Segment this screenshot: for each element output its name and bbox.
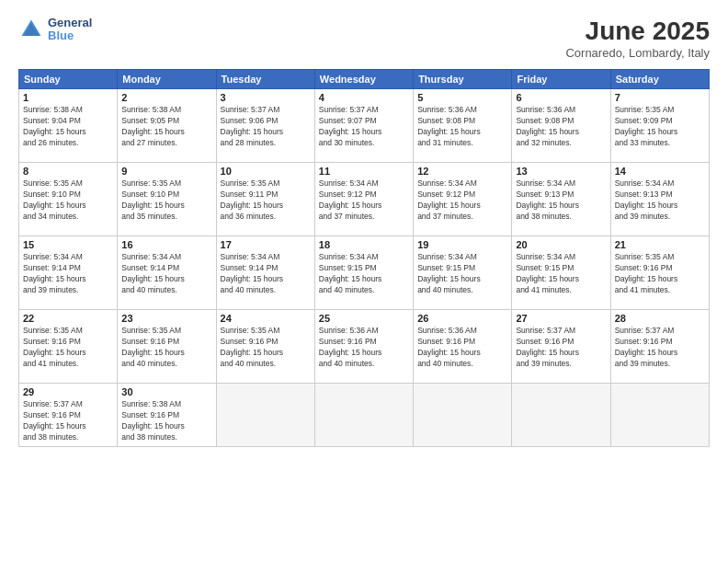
day-info: Sunrise: 5:35 AM Sunset: 9:09 PM Dayligh… (615, 105, 705, 149)
day-number: 15 (23, 239, 113, 250)
day-number: 12 (417, 166, 507, 177)
day-number: 27 (516, 313, 606, 324)
title-block: June 2025 Cornaredo, Lombardy, Italy (565, 17, 710, 60)
day-info: Sunrise: 5:34 AM Sunset: 9:13 PM Dayligh… (615, 178, 705, 223)
calendar-cell: 2Sunrise: 5:38 AM Sunset: 9:05 PM Daylig… (118, 89, 216, 163)
day-info: Sunrise: 5:37 AM Sunset: 9:06 PM Dayligh… (221, 105, 311, 149)
calendar-cell: 5Sunrise: 5:36 AM Sunset: 9:08 PM Daylig… (414, 89, 512, 163)
calendar-cell (216, 384, 314, 447)
day-info: Sunrise: 5:35 AM Sunset: 9:16 PM Dayligh… (221, 326, 311, 370)
day-info: Sunrise: 5:38 AM Sunset: 9:04 PM Dayligh… (23, 105, 113, 149)
day-number: 19 (417, 239, 507, 250)
day-number: 23 (121, 313, 211, 324)
day-info: Sunrise: 5:36 AM Sunset: 9:08 PM Dayligh… (516, 105, 606, 149)
day-info: Sunrise: 5:34 AM Sunset: 9:15 PM Dayligh… (516, 252, 606, 296)
day-number: 7 (615, 92, 705, 103)
calendar-week-row: 22Sunrise: 5:35 AM Sunset: 9:16 PM Dayli… (19, 310, 710, 384)
calendar-week-row: 15Sunrise: 5:34 AM Sunset: 9:14 PM Dayli… (19, 236, 710, 310)
day-number: 8 (23, 166, 113, 177)
day-info: Sunrise: 5:36 AM Sunset: 9:16 PM Dayligh… (319, 326, 409, 370)
day-number: 13 (516, 166, 606, 177)
calendar-cell: 18Sunrise: 5:34 AM Sunset: 9:15 PM Dayli… (314, 236, 413, 310)
day-number: 16 (121, 239, 211, 250)
day-number: 4 (319, 92, 409, 103)
day-info: Sunrise: 5:34 AM Sunset: 9:12 PM Dayligh… (319, 178, 409, 223)
day-info: Sunrise: 5:37 AM Sunset: 9:07 PM Dayligh… (319, 105, 409, 149)
calendar-cell: 25Sunrise: 5:36 AM Sunset: 9:16 PM Dayli… (314, 310, 413, 384)
calendar-cell: 16Sunrise: 5:34 AM Sunset: 9:14 PM Dayli… (118, 236, 216, 310)
calendar-cell: 15Sunrise: 5:34 AM Sunset: 9:14 PM Dayli… (19, 236, 118, 310)
day-info: Sunrise: 5:35 AM Sunset: 9:16 PM Dayligh… (615, 252, 705, 296)
calendar-cell: 30Sunrise: 5:38 AM Sunset: 9:16 PM Dayli… (118, 384, 216, 447)
day-info: Sunrise: 5:36 AM Sunset: 9:08 PM Dayligh… (417, 105, 507, 149)
day-info: Sunrise: 5:35 AM Sunset: 9:10 PM Dayligh… (23, 178, 113, 223)
calendar-cell: 8Sunrise: 5:35 AM Sunset: 9:10 PM Daylig… (19, 163, 118, 236)
day-info: Sunrise: 5:35 AM Sunset: 9:16 PM Dayligh… (23, 326, 113, 370)
day-info: Sunrise: 5:34 AM Sunset: 9:14 PM Dayligh… (121, 252, 211, 296)
header-row: General Blue June 2025 Cornaredo, Lombar… (18, 17, 710, 60)
day-number: 17 (221, 239, 311, 250)
day-number: 25 (319, 313, 409, 324)
day-info: Sunrise: 5:37 AM Sunset: 9:16 PM Dayligh… (615, 326, 705, 370)
calendar-cell: 23Sunrise: 5:35 AM Sunset: 9:16 PM Dayli… (118, 310, 216, 384)
day-info: Sunrise: 5:37 AM Sunset: 9:16 PM Dayligh… (23, 399, 113, 443)
calendar-cell: 20Sunrise: 5:34 AM Sunset: 9:15 PM Dayli… (512, 236, 610, 310)
calendar-week-row: 1Sunrise: 5:38 AM Sunset: 9:04 PM Daylig… (19, 89, 710, 163)
weekday-header: Wednesday (314, 70, 413, 89)
day-info: Sunrise: 5:35 AM Sunset: 9:10 PM Dayligh… (121, 178, 211, 223)
calendar-cell: 13Sunrise: 5:34 AM Sunset: 9:13 PM Dayli… (512, 163, 610, 236)
calendar-cell: 9Sunrise: 5:35 AM Sunset: 9:10 PM Daylig… (118, 163, 216, 236)
calendar-cell: 24Sunrise: 5:35 AM Sunset: 9:16 PM Dayli… (216, 310, 314, 384)
calendar-cell: 27Sunrise: 5:37 AM Sunset: 9:16 PM Dayli… (512, 310, 610, 384)
day-info: Sunrise: 5:37 AM Sunset: 9:16 PM Dayligh… (516, 326, 606, 370)
day-number: 6 (516, 92, 606, 103)
calendar-cell (314, 384, 413, 447)
location-title: Cornaredo, Lombardy, Italy (565, 46, 710, 60)
day-number: 1 (23, 92, 113, 103)
calendar-week-row: 29Sunrise: 5:37 AM Sunset: 9:16 PM Dayli… (19, 384, 710, 447)
day-number: 2 (121, 92, 211, 103)
calendar-cell: 26Sunrise: 5:36 AM Sunset: 9:16 PM Dayli… (414, 310, 512, 384)
calendar-cell: 21Sunrise: 5:35 AM Sunset: 9:16 PM Dayli… (610, 236, 709, 310)
day-number: 9 (121, 166, 211, 177)
day-number: 5 (417, 92, 507, 103)
calendar-cell: 17Sunrise: 5:34 AM Sunset: 9:14 PM Dayli… (216, 236, 314, 310)
month-title: June 2025 (565, 17, 710, 46)
day-info: Sunrise: 5:34 AM Sunset: 9:15 PM Dayligh… (417, 252, 507, 296)
calendar-cell: 29Sunrise: 5:37 AM Sunset: 9:16 PM Dayli… (19, 384, 118, 447)
day-info: Sunrise: 5:38 AM Sunset: 9:16 PM Dayligh… (121, 399, 211, 443)
day-info: Sunrise: 5:35 AM Sunset: 9:11 PM Dayligh… (221, 178, 311, 223)
calendar-week-row: 8Sunrise: 5:35 AM Sunset: 9:10 PM Daylig… (19, 163, 710, 236)
day-info: Sunrise: 5:36 AM Sunset: 9:16 PM Dayligh… (417, 326, 507, 370)
calendar-cell: 1Sunrise: 5:38 AM Sunset: 9:04 PM Daylig… (19, 89, 118, 163)
day-number: 18 (319, 239, 409, 250)
day-info: Sunrise: 5:34 AM Sunset: 9:13 PM Dayligh… (516, 178, 606, 223)
calendar-cell: 10Sunrise: 5:35 AM Sunset: 9:11 PM Dayli… (216, 163, 314, 236)
day-info: Sunrise: 5:34 AM Sunset: 9:15 PM Dayligh… (319, 252, 409, 296)
calendar-cell: 7Sunrise: 5:35 AM Sunset: 9:09 PM Daylig… (610, 89, 709, 163)
day-info: Sunrise: 5:34 AM Sunset: 9:12 PM Dayligh… (417, 178, 507, 223)
day-info: Sunrise: 5:35 AM Sunset: 9:16 PM Dayligh… (121, 326, 211, 370)
logo-line1: General (48, 17, 92, 29)
day-info: Sunrise: 5:34 AM Sunset: 9:14 PM Dayligh… (221, 252, 311, 296)
logo-line2: Blue (48, 29, 92, 42)
day-number: 14 (615, 166, 705, 177)
weekday-header: Monday (118, 70, 216, 89)
weekday-header: Saturday (610, 70, 709, 89)
day-number: 30 (121, 386, 211, 397)
day-number: 26 (417, 313, 507, 324)
calendar-cell: 12Sunrise: 5:34 AM Sunset: 9:12 PM Dayli… (414, 163, 512, 236)
weekday-header: Tuesday (216, 70, 314, 89)
day-info: Sunrise: 5:34 AM Sunset: 9:14 PM Dayligh… (23, 252, 113, 296)
day-number: 20 (516, 239, 606, 250)
calendar-cell: 14Sunrise: 5:34 AM Sunset: 9:13 PM Dayli… (610, 163, 709, 236)
calendar-cell: 22Sunrise: 5:35 AM Sunset: 9:16 PM Dayli… (19, 310, 118, 384)
day-number: 11 (319, 166, 409, 177)
logo: General Blue (18, 17, 92, 43)
calendar-cell: 19Sunrise: 5:34 AM Sunset: 9:15 PM Dayli… (414, 236, 512, 310)
day-number: 10 (221, 166, 311, 177)
calendar: SundayMondayTuesdayWednesdayThursdayFrid… (18, 69, 710, 447)
weekday-header: Friday (512, 70, 610, 89)
page: General Blue June 2025 Cornaredo, Lombar… (0, 0, 728, 563)
day-number: 21 (615, 239, 705, 250)
